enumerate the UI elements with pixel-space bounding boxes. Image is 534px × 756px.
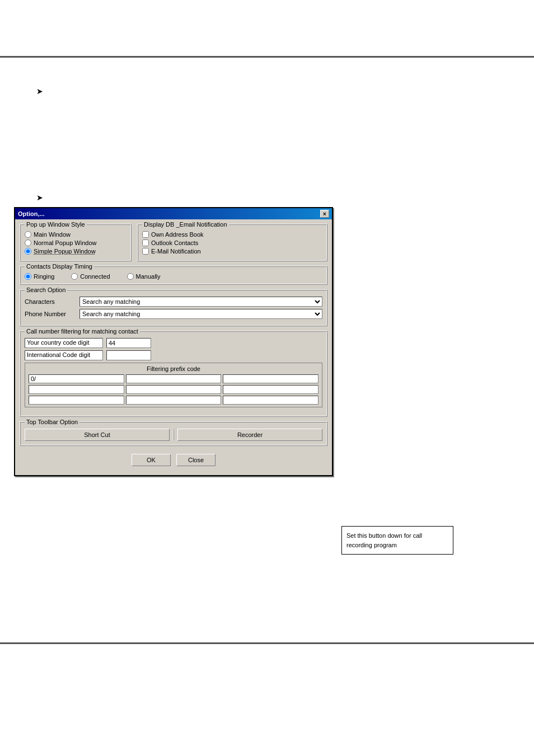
phone-number-label: Phone Number [25,311,75,317]
prefix-input-4[interactable] [29,385,124,394]
ok-button[interactable]: OK [132,454,171,466]
simple-popup-label: Simple Popup Window [34,248,96,255]
dialog-title: Option,... [18,210,45,217]
international-code-input[interactable] [106,350,151,360]
tooltip-box: Set this button down for call recording … [341,526,453,555]
popup-window-style-label: Pop up Window Style [25,221,87,228]
tooltip-text: Set this button down for call recording … [346,532,422,548]
outlook-contacts-label: Outlook Contacts [151,240,198,246]
top-border [0,56,534,58]
recorder-button[interactable]: Recorder [177,429,322,441]
country-code-label: Your country code digit [25,338,103,348]
options-dialog: Option,... × Pop up Window Style Main Wi… [14,207,333,476]
manually-label: Manually [136,273,161,280]
simple-popup-radio[interactable] [25,248,31,255]
top-toolbar-option-group: Top Toolbar Option Short Cut Recorder [20,421,327,446]
prefix-input-3[interactable] [223,374,318,383]
main-window-radio[interactable] [25,231,31,238]
characters-row: Characters Search any matching Search fr… [25,297,322,307]
bottom-border [0,642,534,644]
arrow-1: ➤ [36,87,43,96]
toolbar-row: Short Cut Recorder [25,429,322,441]
timing-options: Ringing Connected Manually [25,273,322,280]
call-number-filtering-label: Call number filtering for matching conta… [25,328,140,335]
dialog-footer: OK Close [20,450,327,471]
display-db-label: Display DB _Email Notification [142,221,229,228]
search-option-label: Search Option [25,287,67,293]
manually-radio[interactable] [127,273,134,280]
email-notification-item[interactable]: E-Mail Notification [142,248,322,255]
own-address-book-checkbox[interactable] [142,231,149,238]
search-option-group: Search Option Characters Search any matc… [20,289,327,326]
call-number-filtering-group: Call number filtering for matching conta… [20,331,327,417]
arrow-2: ➤ [36,193,43,202]
short-cut-button[interactable]: Short Cut [25,429,170,441]
close-button[interactable]: Close [176,454,216,466]
connected-radio[interactable] [71,273,78,280]
prefix-input-8[interactable] [126,396,222,405]
dialog-close-button[interactable]: × [320,210,329,218]
phone-number-row: Phone Number Search any matching Search … [25,309,322,319]
display-db-checkboxes: Own Address Book Outlook Contacts E-Mail… [142,231,322,255]
country-code-row: Your country code digit [25,338,322,348]
filtering-prefix-section: Filtering prefix code [25,363,322,407]
characters-select[interactable]: Search any matching Search from beginnin… [79,297,322,307]
prefix-input-7[interactable] [29,396,124,405]
main-window-label: Main Window [34,231,71,238]
connected-label: Connected [80,273,110,280]
normal-popup-radio-item[interactable]: Normal Popup Window [25,240,127,246]
prefix-input-1[interactable] [29,374,124,383]
simple-popup-radio-item[interactable]: Simple Popup Window [25,248,127,255]
prefix-grid [29,374,318,405]
outlook-contacts-item[interactable]: Outlook Contacts [142,240,322,246]
manually-radio-item[interactable]: Manually [127,273,161,280]
international-code-row: International Code digit [25,350,322,360]
popup-window-style-group: Pop up Window Style Main Window Normal P… [20,224,132,261]
display-db-group: Display DB _Email Notification Own Addre… [137,224,327,261]
characters-label: Characters [25,298,75,305]
contacts-display-timing-group: Contacts Display Timing Ringing Connecte… [20,266,327,285]
top-toolbar-option-label: Top Toolbar Option [25,419,79,425]
ringing-radio[interactable] [25,273,31,280]
phone-number-select[interactable]: Search any matching Search from beginnin… [79,309,322,319]
dialog-titlebar: Option,... × [15,208,332,219]
email-notification-checkbox[interactable] [142,248,149,255]
outlook-contacts-checkbox[interactable] [142,240,149,246]
prefix-input-2[interactable] [126,374,222,383]
normal-popup-label: Normal Popup Window [34,240,97,246]
prefix-input-9[interactable] [223,396,318,405]
country-code-input[interactable] [106,338,151,348]
prefix-input-6[interactable] [223,385,318,394]
prefix-input-5[interactable] [126,385,222,394]
ringing-radio-item[interactable]: Ringing [25,273,54,280]
dialog-body: Pop up Window Style Main Window Normal P… [15,219,332,475]
own-address-book-item[interactable]: Own Address Book [142,231,322,238]
normal-popup-radio[interactable] [25,240,31,246]
international-code-label: International Code digit [25,350,103,360]
filtering-prefix-title: Filtering prefix code [29,365,318,372]
ringing-label: Ringing [34,273,54,280]
toolbar-divider [173,429,174,440]
own-address-book-label: Own Address Book [151,231,204,238]
contacts-display-timing-label: Contacts Display Timing [25,263,94,270]
connected-radio-item[interactable]: Connected [71,273,110,280]
main-window-radio-item[interactable]: Main Window [25,231,127,238]
popup-window-style-options: Main Window Normal Popup Window Simple P… [25,231,127,255]
email-notification-label: E-Mail Notification [151,248,201,255]
